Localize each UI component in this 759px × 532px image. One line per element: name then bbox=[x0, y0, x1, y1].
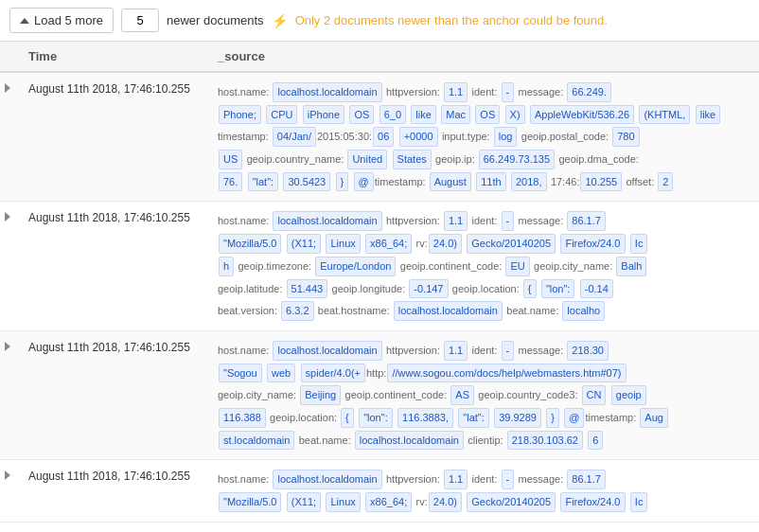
source-line: host.name: localhost.localdomain httpver… bbox=[218, 210, 750, 232]
kv-value: "lat": bbox=[248, 172, 278, 192]
kv-value: X) bbox=[505, 105, 525, 125]
count-input[interactable] bbox=[121, 9, 159, 32]
time-header: Time bbox=[19, 42, 208, 72]
kv-value: localhost.localdomain bbox=[355, 431, 464, 451]
kv-value: Ic bbox=[630, 234, 648, 254]
kv-value: log bbox=[494, 127, 518, 147]
kv-value: 24.0) bbox=[429, 492, 462, 512]
kv-value: United bbox=[347, 150, 387, 169]
kv-value: Europe/London bbox=[315, 257, 396, 276]
kv-key: 46: bbox=[565, 176, 579, 187]
kv-value: - bbox=[502, 470, 515, 489]
kv-key: httpversion: bbox=[386, 86, 443, 98]
kv-value: CN bbox=[582, 385, 607, 405]
source-line: st.localdomain beat.name: localhost.loca… bbox=[218, 430, 750, 452]
kv-value: Ic bbox=[630, 492, 648, 512]
kv-value: 86.1.7 bbox=[567, 470, 606, 489]
lightning-icon: ⚡ bbox=[272, 13, 288, 28]
expand-icon[interactable] bbox=[5, 470, 10, 480]
kv-value: 116.3883, bbox=[397, 408, 453, 428]
kv-key: host.name: bbox=[218, 345, 272, 356]
kv-value: localhost.localdomain bbox=[273, 82, 381, 102]
kv-value: 10.255 bbox=[580, 172, 622, 192]
kv-value: Firefox/24.0 bbox=[560, 492, 625, 512]
time-cell: August 11th 2018, 17:46:10.255 bbox=[19, 72, 208, 202]
kv-value: 2 bbox=[658, 172, 673, 192]
kv-value: "lon": bbox=[541, 279, 575, 299]
source-line: geoip.latitude: 51.443 geoip.longitude: … bbox=[218, 278, 750, 300]
kv-key: geoip.country_name: bbox=[247, 153, 347, 165]
expand-header bbox=[0, 42, 19, 72]
expand-cell[interactable] bbox=[0, 460, 19, 522]
kv-value: Phone; bbox=[219, 105, 261, 125]
kv-key: host.name: bbox=[218, 86, 272, 98]
kv-value: EU bbox=[505, 257, 529, 276]
kv-value: "lon": bbox=[359, 408, 393, 428]
table-header-row: Time _source bbox=[0, 42, 759, 72]
kv-value: OS bbox=[349, 105, 374, 125]
kv-value: 2018, bbox=[511, 172, 547, 192]
kv-value: "lat": bbox=[458, 408, 488, 428]
expand-cell[interactable] bbox=[0, 330, 19, 459]
kv-value: US bbox=[219, 150, 242, 169]
kv-value: "Sogou bbox=[219, 364, 262, 383]
expand-icon[interactable] bbox=[5, 83, 10, 93]
kv-value: -0.14 bbox=[580, 279, 613, 299]
kv-key: 30: bbox=[358, 131, 372, 142]
kv-value: @ bbox=[354, 172, 374, 192]
kv-key: host.name: bbox=[218, 215, 272, 226]
table-row: August 11th 2018, 17:46:10.255host.name:… bbox=[0, 460, 759, 522]
kv-value: 116.388 bbox=[219, 408, 266, 428]
expand-icon[interactable] bbox=[5, 212, 10, 222]
top-bar: Load 5 more newer documents ⚡ Only 2 doc… bbox=[0, 0, 759, 42]
time-cell: August 11th 2018, 17:46:10.255 bbox=[19, 202, 208, 330]
kv-value: - bbox=[502, 82, 515, 102]
kv-key: message: bbox=[519, 86, 567, 98]
kv-value: Linux bbox=[326, 234, 360, 254]
kv-value: localhost.localdomain bbox=[273, 470, 381, 489]
kv-value: localho bbox=[562, 301, 605, 321]
kv-value: 66.249. bbox=[567, 82, 611, 102]
kv-value: Beijing bbox=[300, 385, 341, 405]
kv-key: beat.hostname: bbox=[318, 305, 393, 316]
kv-key: host.name: bbox=[218, 473, 272, 485]
kv-key: input.type: bbox=[442, 131, 493, 142]
kv-value: { bbox=[341, 408, 354, 428]
kv-key: ident: bbox=[472, 86, 501, 98]
warning-message: Only 2 documents newer than the anchor c… bbox=[295, 13, 608, 27]
table-row: August 11th 2018, 17:46:10.255host.name:… bbox=[0, 72, 759, 202]
kv-key: geoip.timezone: bbox=[238, 260, 314, 272]
kv-value: 218.30 bbox=[567, 341, 609, 361]
kv-value: geoip bbox=[611, 385, 646, 405]
expand-cell[interactable] bbox=[0, 202, 19, 330]
kv-key: 05: bbox=[343, 131, 357, 142]
expand-cell[interactable] bbox=[0, 72, 19, 202]
kv-value: 6.3.2 bbox=[281, 301, 313, 321]
kv-key: geoip.postal_code: bbox=[521, 131, 611, 142]
kv-value: 1.1 bbox=[444, 82, 468, 102]
kv-value: "Mozilla/5.0 bbox=[219, 234, 281, 254]
kv-value: h bbox=[219, 257, 234, 276]
source-line: "Sogou web spider/4.0(+http://www.sogou.… bbox=[218, 363, 750, 384]
source-cell: host.name: localhost.localdomain httpver… bbox=[208, 330, 759, 459]
source-cell: host.name: localhost.localdomain httpver… bbox=[208, 460, 759, 522]
source-line: h geoip.timezone: Europe/London geoip.co… bbox=[218, 256, 750, 277]
source-line: host.name: localhost.localdomain httpver… bbox=[218, 469, 750, 490]
source-line: "Mozilla/5.0 (X11; Linux x86_64; rv:24.0… bbox=[218, 491, 750, 513]
kv-value: 24.0) bbox=[429, 234, 462, 254]
expand-icon[interactable] bbox=[5, 342, 10, 351]
kv-key: geoip.location: bbox=[452, 283, 522, 294]
kv-value: Aug bbox=[640, 408, 668, 428]
source-cell: host.name: localhost.localdomain httpver… bbox=[208, 202, 759, 330]
kv-value: AppleWebKit/536.26 bbox=[530, 105, 634, 125]
source-line: geoip.city_name: Beijing geoip.continent… bbox=[218, 384, 750, 406]
kv-key: geoip.location: bbox=[270, 412, 340, 423]
load-more-button[interactable]: Load 5 more bbox=[9, 8, 114, 33]
kv-value: @ bbox=[564, 408, 584, 428]
kv-value: 76. bbox=[219, 172, 242, 192]
kv-value: - bbox=[502, 341, 515, 361]
kv-value: CPU bbox=[266, 105, 297, 125]
kv-key: offset: bbox=[626, 176, 657, 187]
kv-value: Mac bbox=[441, 105, 470, 125]
source-line: "Mozilla/5.0 (X11; Linux x86_64; rv:24.0… bbox=[218, 233, 750, 255]
